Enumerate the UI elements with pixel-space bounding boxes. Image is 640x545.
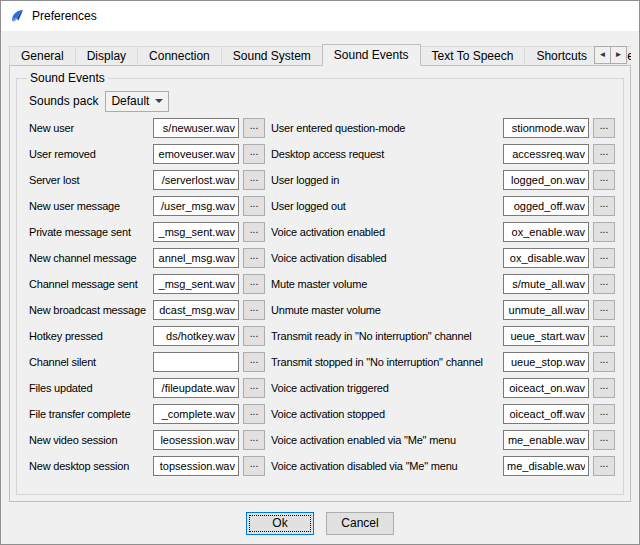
sound-file-input[interactable]: [153, 144, 239, 164]
browse-button[interactable]: ...: [243, 222, 265, 242]
sound-file-input[interactable]: [153, 352, 239, 372]
sound-file-input[interactable]: [503, 144, 589, 164]
browse-button[interactable]: ...: [243, 300, 265, 320]
tab-text-to-speech[interactable]: Text To Speech: [420, 46, 526, 66]
sound-event-row: New user message ...: [29, 193, 265, 219]
sound-event-label: Voice activation stopped: [271, 408, 503, 420]
sound-file-input[interactable]: [503, 118, 589, 138]
sound-file-input[interactable]: [503, 378, 589, 398]
tab-sound-system[interactable]: Sound System: [221, 46, 323, 66]
browse-button[interactable]: ...: [593, 196, 615, 216]
browse-button[interactable]: ...: [243, 118, 265, 138]
browse-button[interactable]: ...: [243, 274, 265, 294]
sound-event-row: Mute master volume ...: [271, 271, 615, 297]
sound-file-input[interactable]: [503, 170, 589, 190]
ok-button[interactable]: Ok: [246, 512, 314, 535]
sound-event-row: Hotkey pressed ...: [29, 323, 265, 349]
browse-button[interactable]: ...: [243, 456, 265, 476]
preferences-window: Preferences General Display Connection S…: [0, 0, 640, 545]
sound-event-label: Voice activation disabled: [271, 252, 503, 264]
left-arrow-icon: ◄: [599, 50, 607, 59]
browse-button[interactable]: ...: [593, 300, 615, 320]
browse-button[interactable]: ...: [593, 404, 615, 424]
sound-file-input[interactable]: [153, 196, 239, 216]
sound-event-label: New channel message: [29, 252, 153, 264]
sound-file-input[interactable]: [503, 456, 589, 476]
cancel-button[interactable]: Cancel: [326, 512, 394, 535]
sound-event-label: Voice activation enabled: [271, 226, 503, 238]
browse-button[interactable]: ...: [593, 326, 615, 346]
sound-event-label: User removed: [29, 148, 153, 160]
browse-button[interactable]: ...: [243, 404, 265, 424]
sound-event-label: Voice activation disabled via "Me" menu: [271, 460, 503, 472]
sound-event-label: User logged out: [271, 200, 503, 212]
sound-file-input[interactable]: [153, 404, 239, 424]
sound-event-label: Private message sent: [29, 226, 153, 238]
sound-event-label: Transmit ready in "No interruption" chan…: [271, 330, 503, 342]
browse-button[interactable]: ...: [593, 248, 615, 268]
tab-display[interactable]: Display: [75, 46, 138, 66]
sound-event-label: New user message: [29, 200, 153, 212]
tab-general[interactable]: General: [9, 46, 76, 66]
sound-file-input[interactable]: [153, 248, 239, 268]
sound-event-row: New user ...: [29, 115, 265, 141]
browse-button[interactable]: ...: [243, 248, 265, 268]
sound-file-input[interactable]: [503, 222, 589, 242]
sound-events-left-column: New user ... User removed ... Server los…: [29, 115, 265, 479]
sound-event-row: Channel silent ...: [29, 349, 265, 375]
sound-event-row: Voice activation stopped ...: [271, 401, 615, 427]
tab-sound-events[interactable]: Sound Events: [322, 44, 421, 66]
sound-file-input[interactable]: [153, 170, 239, 190]
browse-button[interactable]: ...: [243, 144, 265, 164]
browse-button[interactable]: ...: [593, 352, 615, 372]
sound-file-input[interactable]: [503, 300, 589, 320]
tabbar: General Display Connection Sound System …: [9, 44, 631, 66]
sound-file-input[interactable]: [153, 430, 239, 450]
sound-file-input[interactable]: [153, 222, 239, 242]
browse-button[interactable]: ...: [243, 378, 265, 398]
browse-button[interactable]: ...: [593, 378, 615, 398]
browse-button[interactable]: ...: [243, 430, 265, 450]
tab-scroll-left-button[interactable]: ◄: [594, 46, 611, 64]
sound-file-input[interactable]: [153, 118, 239, 138]
sounds-pack-dropdown[interactable]: Default: [105, 91, 169, 112]
sound-event-label: Files updated: [29, 382, 153, 394]
browse-button[interactable]: ...: [593, 170, 615, 190]
sound-file-input[interactable]: [503, 326, 589, 346]
sound-event-row: New channel message ...: [29, 245, 265, 271]
browse-button[interactable]: ...: [593, 274, 615, 294]
sound-event-label: Hotkey pressed: [29, 330, 153, 342]
browse-button[interactable]: ...: [593, 456, 615, 476]
tab-shortcuts[interactable]: Shortcuts: [524, 46, 599, 66]
browse-button[interactable]: ...: [243, 170, 265, 190]
tab-connection[interactable]: Connection: [137, 46, 222, 66]
browse-button[interactable]: ...: [243, 352, 265, 372]
sound-file-input[interactable]: [503, 274, 589, 294]
sound-file-input[interactable]: [503, 352, 589, 372]
browse-button[interactable]: ...: [593, 222, 615, 242]
sound-file-input[interactable]: [153, 274, 239, 294]
sound-event-row: Transmit ready in "No interruption" chan…: [271, 323, 615, 349]
sound-event-label: New desktop session: [29, 460, 153, 472]
sound-file-input[interactable]: [153, 326, 239, 346]
browse-button[interactable]: ...: [593, 118, 615, 138]
browse-button[interactable]: ...: [243, 196, 265, 216]
browse-button[interactable]: ...: [243, 326, 265, 346]
sound-file-input[interactable]: [503, 196, 589, 216]
sound-file-input[interactable]: [503, 404, 589, 424]
sound-event-row: Files updated ...: [29, 375, 265, 401]
sound-file-input[interactable]: [503, 430, 589, 450]
sound-file-input[interactable]: [153, 456, 239, 476]
sound-file-input[interactable]: [503, 248, 589, 268]
sound-file-input[interactable]: [153, 300, 239, 320]
sound-event-row: Private message sent ...: [29, 219, 265, 245]
browse-button[interactable]: ...: [593, 430, 615, 450]
sound-file-input[interactable]: [153, 378, 239, 398]
right-arrow-icon: ►: [615, 50, 623, 59]
sounds-pack-row: Sounds pack Default: [29, 88, 615, 114]
tab-label: Sound System: [233, 49, 311, 63]
tab-scroll-right-button[interactable]: ►: [610, 46, 627, 64]
groupbox-title: Sound Events: [27, 71, 108, 85]
sound-event-row: Unmute master volume ...: [271, 297, 615, 323]
browse-button[interactable]: ...: [593, 144, 615, 164]
